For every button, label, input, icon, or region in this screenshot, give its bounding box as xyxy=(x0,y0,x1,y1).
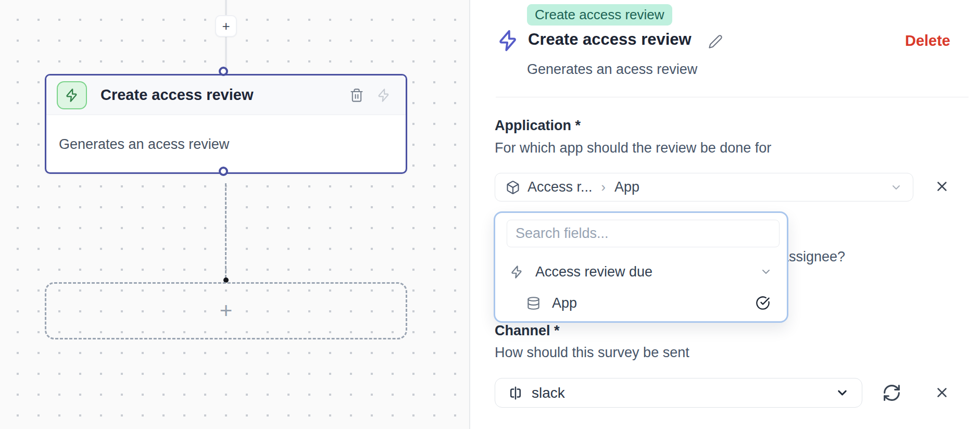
application-help: For which app should the review be done … xyxy=(495,140,771,156)
zap-icon xyxy=(497,29,520,52)
node-title: Create access review xyxy=(100,86,253,104)
pending-edge-line xyxy=(225,183,227,278)
dropdown-item-app[interactable]: App xyxy=(495,287,787,319)
selected-field: App xyxy=(614,179,639,195)
channel-label: Channel * xyxy=(495,323,560,339)
plus-icon: + xyxy=(222,18,230,34)
edit-pencil-icon[interactable] xyxy=(708,34,723,49)
delete-button[interactable]: Delete xyxy=(905,32,950,49)
zap-icon xyxy=(510,265,524,279)
clear-application-icon[interactable] xyxy=(934,179,950,194)
occluded-help-text: assignee? xyxy=(781,249,845,265)
dropdown-item-label: Access review due xyxy=(535,264,652,280)
input-cursor-icon xyxy=(508,385,523,401)
dropdown-item-access-review-due[interactable]: Access review due xyxy=(495,257,787,287)
application-label: Application * xyxy=(495,118,581,134)
chevron-down-icon[interactable] xyxy=(760,266,772,278)
panel-title: Create access review xyxy=(528,30,692,49)
database-icon xyxy=(526,296,541,310)
selected-source: Access r... xyxy=(527,179,593,195)
trash-icon[interactable] xyxy=(349,88,364,103)
search-input[interactable] xyxy=(516,225,771,242)
channel-value: slack xyxy=(532,385,565,401)
panel-description: Generates an acess review xyxy=(527,61,697,78)
dropdown-item-label: App xyxy=(552,295,577,311)
zap-icon xyxy=(57,81,87,109)
search-field-box[interactable] xyxy=(507,220,780,247)
workflow-canvas: + Create access review Generates an aces… xyxy=(0,0,469,429)
edge-line xyxy=(225,0,227,74)
chevron-right-icon: › xyxy=(600,180,607,195)
zap-action-icon[interactable] xyxy=(376,88,391,103)
workflow-node-create-access-review[interactable]: Create access review Generates an acess … xyxy=(45,74,407,174)
node-input-handle[interactable] xyxy=(219,67,228,76)
clear-channel-icon[interactable] xyxy=(934,385,950,400)
section-divider xyxy=(496,97,969,97)
check-circle-icon xyxy=(756,296,770,310)
add-step-button[interactable]: + xyxy=(215,15,237,37)
panel-divider xyxy=(469,0,470,429)
box-icon xyxy=(506,180,520,195)
node-header: Create access review xyxy=(46,75,406,115)
node-description: Generates an acess review xyxy=(46,115,406,173)
drop-placeholder[interactable]: + xyxy=(45,282,407,339)
chevron-down-icon xyxy=(890,181,902,194)
field-picker-dropdown: Access review due App xyxy=(494,211,788,323)
node-output-handle[interactable] xyxy=(219,167,228,176)
channel-help: How should this survey be sent xyxy=(495,345,689,361)
chevron-down-icon xyxy=(835,386,849,400)
node-type-badge: Create access review xyxy=(527,4,672,26)
application-select[interactable]: Access r... › App xyxy=(495,173,913,201)
channel-select[interactable]: slack xyxy=(495,378,862,408)
plus-icon: + xyxy=(220,298,233,323)
refresh-icon[interactable] xyxy=(882,383,901,402)
